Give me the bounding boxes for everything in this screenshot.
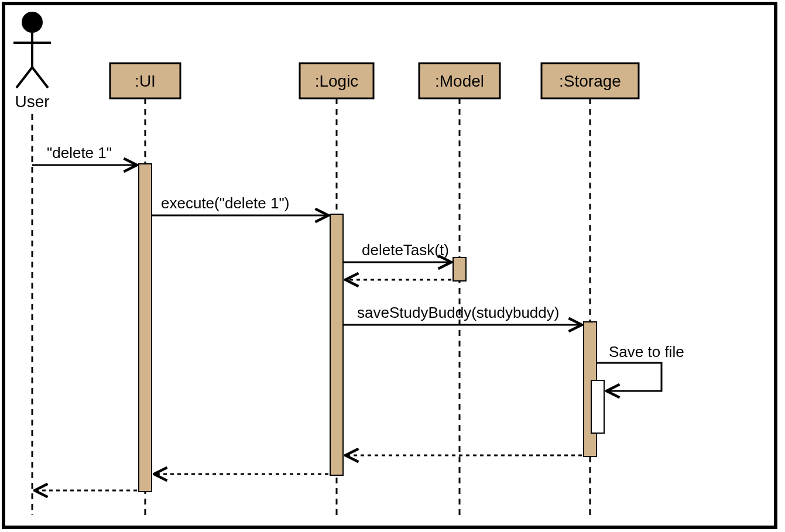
lifeline-storage-label: :Storage: [559, 72, 621, 90]
activation-model: [453, 258, 466, 281]
msg-deletetask-label: deleteTask(t): [362, 241, 449, 259]
actor-label: User: [15, 92, 49, 111]
svg-point-0: [22, 12, 43, 33]
msg-savestudybuddy-label: saveStudyBuddy(studybuddy): [357, 304, 559, 321]
sequence-diagram: User :UI :Logic :Model :Storage: [0, 0, 785, 532]
msg-delete-1-label: "delete 1": [47, 144, 112, 162]
lifeline-model-label: :Model: [435, 72, 484, 90]
lifeline-logic-label: :Logic: [315, 72, 359, 90]
activation-storage-self: [591, 380, 604, 433]
lifeline-ui-label: :UI: [135, 72, 156, 90]
activation-ui: [139, 164, 152, 492]
msg-savetofile-label: Save to file: [609, 343, 684, 361]
msg-execute-label: execute("delete 1"): [161, 194, 289, 212]
activation-logic: [330, 214, 343, 475]
